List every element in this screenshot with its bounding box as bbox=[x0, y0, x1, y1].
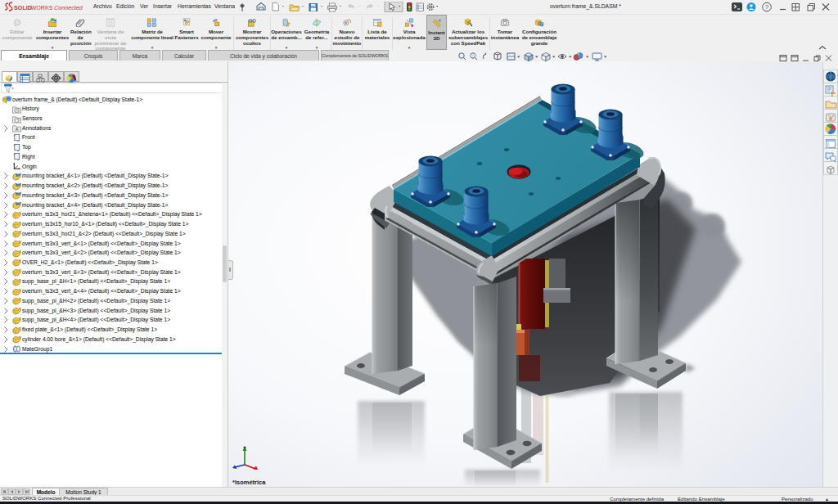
svg-text:SOLID: SOLID bbox=[14, 4, 32, 11]
svg-text:*Isométrica: *Isométrica bbox=[232, 479, 266, 486]
svg-text:Connected: Connected bbox=[54, 4, 83, 11]
svg-text:?: ? bbox=[765, 3, 769, 11]
svg-text:WORKS: WORKS bbox=[31, 4, 53, 11]
